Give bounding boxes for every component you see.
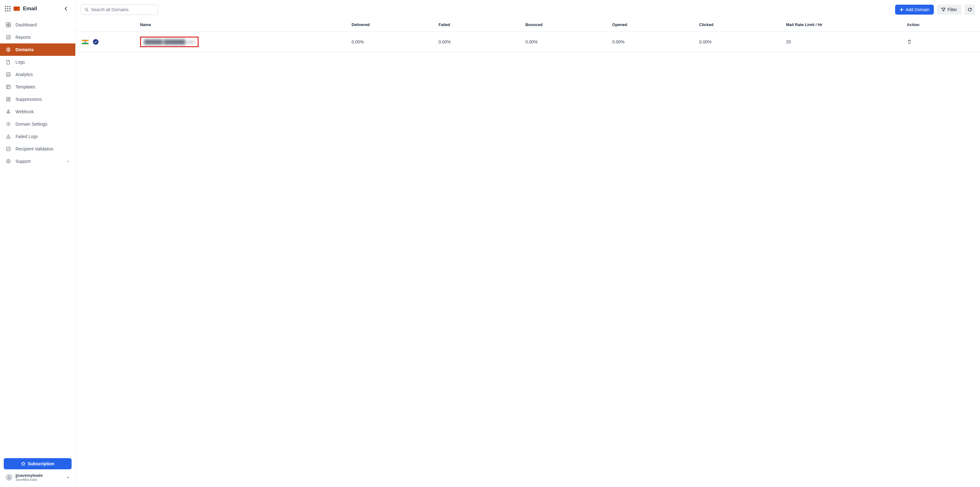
person-icon bbox=[7, 476, 11, 479]
sidebar-item-label: Failed Logs bbox=[16, 134, 38, 139]
gear-icon bbox=[6, 121, 11, 127]
chevron-left-icon bbox=[64, 6, 68, 11]
alert-triangle-icon bbox=[6, 134, 11, 139]
chevron-down-icon bbox=[66, 160, 70, 163]
sidebar-item-domain-settings[interactable]: Domain Settings bbox=[0, 118, 75, 130]
svg-rect-7 bbox=[6, 85, 10, 89]
sidebar-item-label: Domain Settings bbox=[16, 121, 48, 126]
star-icon bbox=[21, 461, 25, 466]
main-content: Add Domain Filter Name Delivered Failed … bbox=[76, 0, 980, 487]
app-title: Email bbox=[23, 6, 37, 12]
filter-icon bbox=[941, 8, 946, 12]
subscription-label: Subscription bbox=[28, 461, 54, 466]
sidebar-item-label: Templates bbox=[16, 85, 35, 89]
sidebar: Email Dashboard Reports bbox=[0, 0, 76, 487]
svg-rect-3 bbox=[9, 25, 11, 27]
domain-name-highlight: ██████.███████.com bbox=[140, 37, 199, 47]
sidebar-item-label: Analytics bbox=[16, 72, 33, 77]
svg-point-17 bbox=[6, 160, 10, 163]
sidebar-item-label: Logs bbox=[16, 59, 25, 64]
toolbar: Add Domain Filter bbox=[76, 0, 980, 18]
search-icon bbox=[84, 8, 89, 12]
domains-table: Name Delivered Failed Bounced Opened Cli… bbox=[76, 18, 980, 53]
refresh-button[interactable] bbox=[964, 4, 975, 15]
svg-point-11 bbox=[7, 112, 8, 113]
subscription-button[interactable]: Subscription bbox=[4, 458, 72, 469]
th-failed: Failed bbox=[436, 18, 523, 32]
th-rate: Mail Rate Limit / Hr bbox=[784, 18, 904, 32]
svg-line-10 bbox=[8, 99, 9, 100]
sidebar-item-label: Support bbox=[16, 159, 31, 164]
filter-button[interactable]: Filter bbox=[937, 5, 961, 14]
sidebar-item-dashboard[interactable]: Dashboard bbox=[0, 19, 75, 31]
sidebar-item-label: Webhook bbox=[16, 109, 34, 114]
cell-bounced: 0.00% bbox=[523, 32, 610, 53]
globe-icon bbox=[6, 47, 11, 53]
cell-failed: 0.00% bbox=[436, 32, 523, 53]
file-icon bbox=[6, 59, 11, 65]
reports-icon bbox=[6, 34, 11, 40]
table-header: Name Delivered Failed Bounced Opened Cli… bbox=[76, 18, 980, 32]
search-input[interactable] bbox=[91, 7, 154, 12]
th-action: Action bbox=[904, 18, 980, 32]
trash-icon bbox=[907, 39, 912, 44]
domain-name[interactable]: ██████.███████.com bbox=[144, 39, 194, 44]
add-domain-button[interactable]: Add Domain bbox=[895, 5, 934, 14]
sidebar-item-label: Reports bbox=[16, 35, 31, 40]
sidebar-item-label: Suppressions bbox=[16, 97, 42, 102]
svg-rect-16 bbox=[6, 147, 10, 151]
sidebar-item-reports[interactable]: Reports bbox=[0, 31, 75, 43]
dashboard-icon bbox=[6, 22, 11, 28]
chevron-up-icon bbox=[66, 476, 70, 479]
webhook-icon bbox=[6, 109, 11, 115]
sidebar-nav: Dashboard Reports Domains Logs bbox=[0, 16, 75, 454]
check-square-icon bbox=[6, 146, 11, 152]
svg-point-12 bbox=[9, 112, 10, 113]
cell-delivered: 0.00% bbox=[349, 32, 436, 53]
th-name: Name bbox=[138, 18, 349, 32]
svg-point-18 bbox=[8, 161, 9, 162]
th-opened: Opened bbox=[610, 18, 697, 32]
sidebar-item-domains[interactable]: Domains bbox=[0, 43, 75, 56]
sidebar-item-suppressions[interactable]: Suppressions bbox=[0, 93, 75, 105]
lifebuoy-icon bbox=[6, 158, 11, 164]
sidebar-item-webhook[interactable]: Webhook bbox=[0, 105, 75, 118]
sidebar-item-label: Dashboard bbox=[16, 22, 37, 27]
layout-icon bbox=[6, 84, 11, 89]
sidebar-item-analytics[interactable]: Analytics bbox=[0, 68, 75, 81]
cell-opened: 0.00% bbox=[610, 32, 697, 53]
search-box[interactable] bbox=[81, 4, 158, 15]
th-delivered: Delivered bbox=[349, 18, 436, 32]
svg-rect-1 bbox=[9, 22, 11, 24]
svg-point-14 bbox=[8, 123, 9, 125]
table-row[interactable]: ██████.███████.com 0.00% 0.00% 0.00% 0.0… bbox=[76, 32, 980, 53]
delete-domain-button[interactable] bbox=[907, 39, 977, 44]
sidebar-item-logs[interactable]: Logs bbox=[0, 56, 75, 68]
filter-label: Filter bbox=[947, 7, 957, 12]
sidebar-item-label: Recipient Validation bbox=[16, 147, 54, 152]
analytics-icon bbox=[6, 72, 11, 77]
envelope-logo-icon bbox=[14, 6, 20, 11]
user-org: SaveMyLeads bbox=[16, 478, 43, 481]
verified-badge-icon bbox=[93, 39, 99, 45]
sidebar-footer: Subscription jjsavemyleads SaveMyLeads bbox=[0, 454, 75, 487]
sidebar-header: Email bbox=[0, 0, 75, 16]
svg-rect-2 bbox=[6, 25, 8, 27]
cell-rate: 20 bbox=[784, 32, 904, 53]
svg-point-15 bbox=[8, 137, 9, 138]
app-root: Email Dashboard Reports bbox=[0, 0, 980, 487]
refresh-icon bbox=[967, 7, 972, 12]
sidebar-item-recipient-validation[interactable]: Recipient Validation bbox=[0, 143, 75, 155]
user-menu[interactable]: jjsavemyleads SaveMyLeads bbox=[4, 469, 72, 483]
th-bounced: Bounced bbox=[523, 18, 610, 32]
svg-rect-0 bbox=[6, 22, 8, 24]
user-name: jjsavemyleads bbox=[16, 473, 43, 478]
sidebar-item-templates[interactable]: Templates bbox=[0, 81, 75, 93]
plus-icon bbox=[899, 8, 904, 12]
add-domain-label: Add Domain bbox=[906, 7, 929, 12]
apps-launcher-icon[interactable] bbox=[5, 6, 11, 11]
collapse-sidebar-button[interactable] bbox=[62, 4, 70, 13]
sidebar-item-support[interactable]: Support bbox=[0, 155, 75, 168]
sidebar-item-label: Domains bbox=[16, 47, 34, 52]
sidebar-item-failed-logs[interactable]: Failed Logs bbox=[0, 130, 75, 143]
